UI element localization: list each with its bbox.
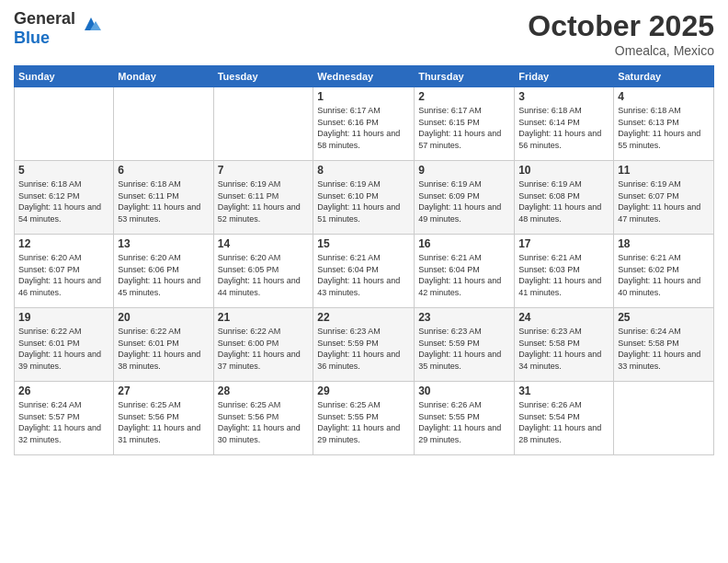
day-number: 5 [18, 164, 109, 177]
day-number: 18 [618, 237, 710, 250]
day-number: 8 [317, 164, 410, 177]
day-info: Sunrise: 6:20 AMSunset: 6:05 PMDaylight:… [218, 252, 310, 298]
day-cell: 23Sunrise: 6:23 AMSunset: 5:59 PMDayligh… [415, 308, 515, 382]
day-number: 23 [418, 311, 510, 324]
day-number: 19 [18, 311, 109, 324]
day-cell [213, 87, 313, 161]
logo-text: General Blue [14, 9, 75, 48]
day-info: Sunrise: 6:21 AMSunset: 6:02 PMDaylight:… [618, 252, 710, 298]
day-info: Sunrise: 6:20 AMSunset: 6:07 PMDaylight:… [18, 252, 109, 298]
day-cell: 3Sunrise: 6:18 AMSunset: 6:14 PMDaylight… [515, 87, 614, 161]
day-cell: 5Sunrise: 6:18 AMSunset: 6:12 PMDaylight… [15, 161, 114, 235]
day-info: Sunrise: 6:23 AMSunset: 5:58 PMDaylight:… [518, 326, 609, 372]
day-number: 1 [317, 90, 410, 103]
day-cell: 1Sunrise: 6:17 AMSunset: 6:16 PMDaylight… [313, 87, 415, 161]
day-cell: 7Sunrise: 6:19 AMSunset: 6:11 PMDaylight… [213, 161, 313, 235]
day-info: Sunrise: 6:17 AMSunset: 6:15 PMDaylight:… [418, 105, 510, 151]
day-number: 22 [317, 311, 410, 324]
day-info: Sunrise: 6:18 AMSunset: 6:13 PMDaylight:… [618, 105, 710, 151]
day-cell: 6Sunrise: 6:18 AMSunset: 6:11 PMDaylight… [114, 161, 213, 235]
day-cell: 11Sunrise: 6:19 AMSunset: 6:07 PMDayligh… [614, 161, 714, 235]
day-number: 11 [618, 164, 710, 177]
day-cell: 9Sunrise: 6:19 AMSunset: 6:09 PMDaylight… [415, 161, 515, 235]
day-cell: 27Sunrise: 6:25 AMSunset: 5:56 PMDayligh… [114, 382, 213, 455]
day-info: Sunrise: 6:26 AMSunset: 5:54 PMDaylight:… [518, 399, 609, 445]
logo-blue: Blue [14, 29, 50, 47]
day-number: 25 [618, 311, 710, 324]
day-number: 29 [317, 385, 410, 397]
day-info: Sunrise: 6:20 AMSunset: 6:06 PMDaylight:… [118, 252, 209, 298]
title-section: October 2025 Omealca, Mexico [528, 9, 714, 58]
day-info: Sunrise: 6:18 AMSunset: 6:14 PMDaylight:… [518, 105, 609, 151]
day-number: 3 [518, 90, 609, 103]
day-cell: 14Sunrise: 6:20 AMSunset: 6:05 PMDayligh… [213, 235, 313, 308]
weekday-header-row: SundayMondayTuesdayWednesdayThursdayFrid… [15, 66, 714, 87]
calendar-table: SundayMondayTuesdayWednesdayThursdayFrid… [14, 65, 714, 455]
logo-general: General [14, 9, 75, 28]
day-cell: 12Sunrise: 6:20 AMSunset: 6:07 PMDayligh… [15, 235, 114, 308]
day-info: Sunrise: 6:19 AMSunset: 6:11 PMDaylight:… [218, 178, 310, 224]
day-info: Sunrise: 6:23 AMSunset: 5:59 PMDaylight:… [317, 326, 410, 372]
weekday-header-friday: Friday [515, 66, 614, 87]
day-cell: 31Sunrise: 6:26 AMSunset: 5:54 PMDayligh… [515, 382, 614, 455]
day-cell: 24Sunrise: 6:23 AMSunset: 5:58 PMDayligh… [515, 308, 614, 382]
day-info: Sunrise: 6:21 AMSunset: 6:03 PMDaylight:… [518, 252, 609, 298]
day-number: 15 [317, 237, 410, 250]
day-number: 27 [118, 385, 209, 397]
day-cell: 28Sunrise: 6:25 AMSunset: 5:56 PMDayligh… [213, 382, 313, 455]
location-subtitle: Omealca, Mexico [528, 43, 714, 58]
day-info: Sunrise: 6:24 AMSunset: 5:58 PMDaylight:… [618, 326, 710, 372]
day-number: 16 [418, 237, 510, 250]
day-info: Sunrise: 6:19 AMSunset: 6:09 PMDaylight:… [418, 178, 510, 224]
weekday-header-sunday: Sunday [15, 66, 114, 87]
calendar-container: General Blue October 2025 Omealca, Mexic… [0, 0, 728, 465]
day-info: Sunrise: 6:18 AMSunset: 6:11 PMDaylight:… [118, 178, 209, 224]
day-cell: 22Sunrise: 6:23 AMSunset: 5:59 PMDayligh… [313, 308, 415, 382]
weekday-header-monday: Monday [114, 66, 213, 87]
day-number: 12 [18, 237, 109, 250]
day-cell: 21Sunrise: 6:22 AMSunset: 6:00 PMDayligh… [213, 308, 313, 382]
day-cell: 8Sunrise: 6:19 AMSunset: 6:10 PMDaylight… [313, 161, 415, 235]
day-number: 10 [518, 164, 609, 177]
week-row-3: 12Sunrise: 6:20 AMSunset: 6:07 PMDayligh… [15, 235, 714, 308]
day-number: 4 [618, 90, 710, 103]
day-cell: 17Sunrise: 6:21 AMSunset: 6:03 PMDayligh… [515, 235, 614, 308]
logo: General Blue [14, 9, 105, 48]
day-number: 17 [518, 237, 609, 250]
weekday-header-thursday: Thursday [415, 66, 515, 87]
day-number: 31 [518, 385, 609, 397]
day-number: 14 [218, 237, 310, 250]
day-info: Sunrise: 6:24 AMSunset: 5:57 PMDaylight:… [18, 399, 109, 445]
day-info: Sunrise: 6:19 AMSunset: 6:08 PMDaylight:… [518, 178, 609, 224]
day-cell: 29Sunrise: 6:25 AMSunset: 5:55 PMDayligh… [313, 382, 415, 455]
day-cell: 10Sunrise: 6:19 AMSunset: 6:08 PMDayligh… [515, 161, 614, 235]
day-info: Sunrise: 6:17 AMSunset: 6:16 PMDaylight:… [317, 105, 410, 151]
day-number: 13 [118, 237, 209, 250]
day-number: 26 [18, 385, 109, 397]
month-title: October 2025 [528, 9, 714, 43]
day-cell: 26Sunrise: 6:24 AMSunset: 5:57 PMDayligh… [15, 382, 114, 455]
week-row-2: 5Sunrise: 6:18 AMSunset: 6:12 PMDaylight… [15, 161, 714, 235]
week-row-5: 26Sunrise: 6:24 AMSunset: 5:57 PMDayligh… [15, 382, 714, 455]
day-cell: 15Sunrise: 6:21 AMSunset: 6:04 PMDayligh… [313, 235, 415, 308]
day-info: Sunrise: 6:19 AMSunset: 6:07 PMDaylight:… [618, 178, 710, 224]
day-cell: 25Sunrise: 6:24 AMSunset: 5:58 PMDayligh… [614, 308, 714, 382]
day-cell: 16Sunrise: 6:21 AMSunset: 6:04 PMDayligh… [415, 235, 515, 308]
day-cell: 4Sunrise: 6:18 AMSunset: 6:13 PMDaylight… [614, 87, 714, 161]
day-info: Sunrise: 6:21 AMSunset: 6:04 PMDaylight:… [418, 252, 510, 298]
day-number: 6 [118, 164, 209, 177]
day-info: Sunrise: 6:18 AMSunset: 6:12 PMDaylight:… [18, 178, 109, 224]
day-number: 30 [418, 385, 510, 397]
week-row-4: 19Sunrise: 6:22 AMSunset: 6:01 PMDayligh… [15, 308, 714, 382]
day-info: Sunrise: 6:21 AMSunset: 6:04 PMDaylight:… [317, 252, 410, 298]
day-cell [114, 87, 213, 161]
day-cell: 2Sunrise: 6:17 AMSunset: 6:15 PMDaylight… [415, 87, 515, 161]
day-info: Sunrise: 6:26 AMSunset: 5:55 PMDaylight:… [418, 399, 510, 445]
weekday-header-tuesday: Tuesday [213, 66, 313, 87]
day-number: 28 [218, 385, 310, 397]
day-info: Sunrise: 6:22 AMSunset: 6:00 PMDaylight:… [218, 326, 310, 372]
day-number: 21 [218, 311, 310, 324]
day-cell: 20Sunrise: 6:22 AMSunset: 6:01 PMDayligh… [114, 308, 213, 382]
day-number: 7 [218, 164, 310, 177]
day-cell [15, 87, 114, 161]
